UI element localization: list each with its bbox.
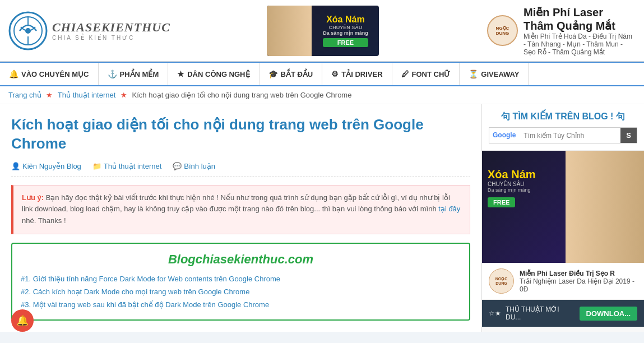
article-title: Kích hoạt giao diện tối cho nội dung tra…: [11, 115, 470, 154]
sidebar-ad-title: Xóa Nám: [488, 168, 536, 181]
breadcrumb-bar: Trang chủ ★ Thủ thuật internet ★ Kích ho…: [0, 86, 644, 104]
hourglass-icon: ⏳: [469, 69, 478, 78]
ad-banner[interactable]: Xóa Nám CHUYÊN SÂU Da sáng mịn màng FREE: [267, 6, 379, 56]
notice-label: Lưu ý:: [22, 193, 44, 202]
nav-label-chuyen-muc: VÀO CHUYÊN MỤC: [21, 70, 89, 78]
nav-label-driver: TẢI DRIVER: [341, 70, 382, 78]
ad-subtitle: CHUYÊN SÂU: [323, 25, 368, 30]
logo-sub-text: CHIA SẺ KIẾN THỨC: [52, 35, 170, 41]
header-right-text: Miễn Phí LaserThâm Quảng Mắt Miễn Phí Tr…: [523, 6, 636, 56]
bell-icon: 🔔: [16, 314, 29, 327]
nav-label-bat-dau: BẮT ĐẦU: [281, 70, 313, 78]
article-meta: 👤 Kiên Nguyễn Blog 📁 Thủ thuật internet …: [11, 162, 470, 177]
search-button[interactable]: S: [620, 128, 637, 143]
notice-suffix: nhé. Thanks !: [22, 216, 66, 225]
navbar: 🔔 VÀO CHUYÊN MỤC ⚓ PHẦN MỀM ★ DÂN CÔNG N…: [0, 62, 644, 86]
toc-item-1[interactable]: #1. Giới thiệu tính năng Force Dark Mode…: [21, 272, 461, 285]
star-nav-icon: ★: [177, 69, 184, 78]
sidebar: 句 TÌM KIẾM TRÊN BLOG ! 句 Google S Xóa Ná…: [481, 104, 644, 332]
ad-tagline: Da sáng mịn màng: [323, 30, 368, 36]
clinic-logo: NGỌCDUNG: [487, 15, 518, 46]
breadcrumb-left: Trang chủ ★ Thủ thuật internet ★ Kích ho…: [8, 91, 636, 99]
clinic-title: Miễn Phí LaserThâm Quảng Mắt: [523, 6, 636, 33]
toc-list: #1. Giới thiệu tính năng Force Dark Mode…: [21, 272, 461, 311]
toc-title: Blogchiasekienthuc.com: [21, 252, 461, 267]
folder-icon: 📁: [92, 162, 101, 170]
breadcrumb-star1: ★: [46, 91, 53, 99]
breadcrumb-section[interactable]: Thủ thuật internet: [58, 91, 115, 99]
nav-label-font: FONT CHỮ: [412, 70, 451, 78]
clinic-name: Miễn Phí Laser Điều Trị Sẹo R: [520, 270, 615, 277]
pen-icon: 🖊: [401, 69, 409, 78]
star-icon: ☆★: [489, 309, 501, 317]
header-center-ad[interactable]: Xóa Nám CHUYÊN SÂU Da sáng mịn màng FREE: [170, 6, 476, 56]
clinic-extra: Miễn Phí Trẻ Hoá Da - Điều Trị Nám - Tàn…: [523, 33, 636, 56]
clinic-small-logo: NGỌCDUNG: [489, 268, 514, 294]
download-button[interactable]: DOWNLOA...: [580, 307, 637, 321]
breadcrumb-star2: ★: [121, 91, 127, 99]
logo-area: CHIASEKIENTHUC CHIA SẺ KIẾN THỨC: [8, 11, 170, 50]
notice-text: Bạn hãy đọc thật kỹ bài viết trước khi t…: [22, 193, 450, 214]
meta-comments: 💬 Bình luận: [173, 162, 215, 170]
nav-item-giveaway[interactable]: ⏳ GIVEAWAY: [460, 63, 529, 85]
search-input[interactable]: [519, 128, 620, 143]
toc-link-2[interactable]: #2. Cách kích hoạt Dark Mode cho mọi tra…: [21, 288, 249, 296]
sidebar-ad-text: Xóa Nám CHUYÊN SÂU Da sáng mịn màng FREE: [488, 168, 536, 207]
toc-link-1[interactable]: #1. Giới thiệu tính năng Force Dark Mode…: [21, 275, 280, 283]
nav-item-phan-mem[interactable]: ⚓ PHẦN MỀM: [99, 63, 169, 85]
toc-item-3[interactable]: #3. Một vài trang web sau khi đã bật chế…: [21, 298, 461, 311]
site-logo-icon[interactable]: [8, 11, 48, 50]
notice-box: Lưu ý: Bạn hãy đọc thật kỹ bài viết trướ…: [11, 185, 470, 234]
meta-category: 📁 Thủ thuật internet: [92, 162, 161, 170]
nav-label-giveaway: GIVEAWAY: [481, 70, 519, 78]
notification-bell[interactable]: 🔔: [11, 309, 34, 332]
comments-link[interactable]: Bình luận: [184, 162, 215, 170]
nav-label-cong-nghe: DÂN CÔNG NGHỆ: [187, 70, 249, 78]
sidebar-clinic[interactable]: NGỌCDUNG Miễn Phí Laser Điều Trị Sẹo R T…: [482, 263, 644, 300]
breadcrumb-home[interactable]: Trang chủ: [8, 91, 41, 99]
author-link[interactable]: Kiên Nguyễn Blog: [22, 162, 81, 170]
sidebar-ad-face: [566, 151, 644, 263]
clinic-tagline: Trải Nghiệm Laser Da Hiện Đại 2019 - 0Đ: [520, 277, 634, 293]
search-section: 句 TÌM KIẾM TRÊN BLOG ! 句 Google S: [482, 104, 644, 151]
category-link[interactable]: Thủ thuật internet: [104, 162, 161, 170]
sidebar-ad[interactable]: Xóa Nám CHUYÊN SÂU Da sáng mịn màng FREE: [482, 151, 644, 263]
logo-text: CHIASEKIENTHUC CHIA SẺ KIẾN THỨC: [52, 20, 170, 41]
article-area: Kích hoạt giao diện tối cho nội dung tra…: [0, 104, 481, 332]
toc-item-2[interactable]: #2. Cách kích hoạt Dark Mode cho mọi tra…: [21, 285, 461, 298]
google-label: Google: [489, 128, 519, 143]
nav-item-cong-nghe[interactable]: ★ DÂN CÔNG NGHỆ: [168, 63, 259, 85]
breadcrumb-current: Kích hoạt giao diện tối cho nội dung tra…: [132, 91, 352, 99]
sidebar-ad-subtitle: CHUYÊN SÂU: [488, 181, 536, 187]
author-icon: 👤: [11, 162, 20, 170]
search-box: Google S: [489, 127, 637, 143]
nav-item-chuyen-muc[interactable]: 🔔 VÀO CHUYÊN MỤC: [0, 63, 99, 85]
ad-title: Xóa Nám: [323, 15, 368, 25]
notice-link[interactable]: tại đây: [438, 205, 460, 213]
clinic-info: Miễn Phí Laser Điều Trị Sẹo R Trải Nghiệ…: [520, 270, 637, 293]
header-right-section: NGỌCDUNG Miễn Phí LaserThâm Quảng Mắt Mi…: [487, 6, 636, 56]
graduation-icon: 🎓: [268, 69, 278, 78]
bell-nav-icon: 🔔: [9, 69, 18, 78]
gear-icon: ⚙: [331, 69, 339, 78]
sidebar-ad-tagline: Da sáng mịn màng: [488, 187, 536, 193]
ad-free-label: FREE: [323, 38, 368, 47]
nav-item-font[interactable]: 🖊 FONT CHỮ: [392, 63, 460, 85]
ad-face-image: [267, 6, 312, 56]
meta-author: 👤 Kiên Nguyễn Blog: [11, 162, 81, 170]
search-title: 句 TÌM KIẾM TRÊN BLOG ! 句: [489, 111, 637, 123]
sidebar-bottom-bar: ☆★ THỦ THUẬT MỚI DU... DOWNLOA...: [482, 300, 644, 327]
nav-item-bat-dau[interactable]: 🎓 BẮT ĐẦU: [260, 63, 323, 85]
sidebar-ad-free: FREE: [488, 197, 515, 207]
nav-item-driver[interactable]: ⚙ TẢI DRIVER: [322, 63, 392, 85]
main-layout: Kích hoạt giao diện tối cho nội dung tra…: [0, 104, 644, 332]
comment-icon: 💬: [173, 162, 182, 170]
toc-box: Blogchiasekienthuc.com #1. Giới thiệu tí…: [11, 243, 470, 321]
anchor-icon: ⚓: [108, 69, 117, 78]
nav-label-phan-mem: PHẦN MỀM: [120, 70, 159, 78]
logo-main-text: CHIASEKIENTHUC: [52, 20, 170, 35]
header: CHIASEKIENTHUC CHIA SẺ KIẾN THỨC Xóa Nám…: [0, 0, 644, 62]
toc-link-3[interactable]: #3. Một vài trang web sau khi đã bật chế…: [21, 300, 269, 309]
sidebar-bottom-title: THỦ THUẬT MỚI DU...: [506, 305, 575, 321]
ad-text: Xóa Nám CHUYÊN SÂU Da sáng mịn màng FREE: [320, 12, 371, 50]
